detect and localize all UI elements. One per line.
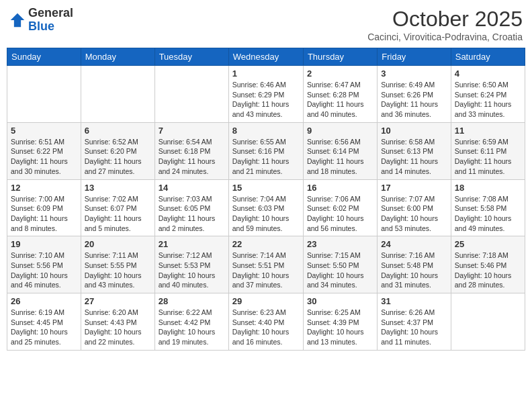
day-number: 20	[85, 239, 151, 249]
day-info: Sunrise: 6:54 AM Sunset: 6:18 PM Dayligh…	[159, 137, 225, 177]
day-info: Sunrise: 7:03 AM Sunset: 6:05 PM Dayligh…	[159, 194, 225, 234]
calendar-cell: 24Sunrise: 7:16 AM Sunset: 5:48 PM Dayli…	[378, 236, 451, 293]
calendar-cell: 30Sunrise: 6:25 AM Sunset: 4:39 PM Dayli…	[303, 293, 377, 351]
day-number: 25	[455, 239, 521, 249]
month-title: October 2025	[367, 7, 523, 32]
calendar-cell: 6Sunrise: 6:52 AM Sunset: 6:20 PM Daylig…	[81, 122, 154, 179]
calendar-week-row: 5Sunrise: 6:51 AM Sunset: 6:22 PM Daylig…	[7, 122, 525, 179]
calendar-week-row: 26Sunrise: 6:19 AM Sunset: 4:45 PM Dayli…	[7, 293, 525, 351]
day-info: Sunrise: 7:10 AM Sunset: 5:56 PM Dayligh…	[11, 250, 77, 290]
day-info: Sunrise: 7:16 AM Sunset: 5:48 PM Dayligh…	[381, 250, 447, 290]
calendar-cell: 9Sunrise: 6:56 AM Sunset: 6:14 PM Daylig…	[303, 122, 377, 179]
calendar-table: SundayMondayTuesdayWednesdayThursdayFrid…	[7, 48, 525, 351]
day-info: Sunrise: 7:00 AM Sunset: 6:09 PM Dayligh…	[11, 194, 77, 234]
weekday-header-saturday: Saturday	[451, 48, 525, 66]
day-number: 28	[159, 296, 225, 306]
day-info: Sunrise: 7:02 AM Sunset: 6:07 PM Dayligh…	[85, 194, 151, 234]
day-number: 26	[11, 296, 77, 306]
day-number: 7	[159, 126, 225, 136]
day-number: 23	[307, 239, 373, 249]
day-info: Sunrise: 6:46 AM Sunset: 6:29 PM Dayligh…	[232, 80, 300, 120]
weekday-header-monday: Monday	[81, 48, 154, 66]
day-number: 2	[307, 68, 373, 79]
day-number: 29	[232, 296, 300, 306]
day-number: 14	[159, 183, 225, 193]
day-number: 16	[307, 183, 373, 193]
day-info: Sunrise: 6:55 AM Sunset: 6:16 PM Dayligh…	[232, 137, 300, 177]
weekday-header-tuesday: Tuesday	[154, 48, 228, 66]
day-info: Sunrise: 7:08 AM Sunset: 5:58 PM Dayligh…	[455, 194, 521, 234]
day-info: Sunrise: 7:12 AM Sunset: 5:53 PM Dayligh…	[159, 250, 225, 290]
day-info: Sunrise: 7:15 AM Sunset: 5:50 PM Dayligh…	[307, 250, 373, 290]
day-info: Sunrise: 6:51 AM Sunset: 6:22 PM Dayligh…	[11, 137, 77, 177]
calendar-cell: 7Sunrise: 6:54 AM Sunset: 6:18 PM Daylig…	[154, 122, 228, 179]
day-info: Sunrise: 6:47 AM Sunset: 6:28 PM Dayligh…	[307, 80, 373, 120]
day-info: Sunrise: 6:52 AM Sunset: 6:20 PM Dayligh…	[85, 137, 151, 177]
day-number: 21	[159, 239, 225, 249]
calendar-cell	[81, 66, 154, 123]
day-number: 19	[11, 239, 77, 249]
day-info: Sunrise: 7:14 AM Sunset: 5:51 PM Dayligh…	[232, 250, 300, 290]
day-number: 13	[85, 183, 151, 193]
calendar-cell: 2Sunrise: 6:47 AM Sunset: 6:28 PM Daylig…	[303, 66, 377, 123]
calendar-cell: 11Sunrise: 6:59 AM Sunset: 6:11 PM Dayli…	[451, 122, 525, 179]
logo-blue: Blue	[28, 20, 73, 34]
calendar-cell: 5Sunrise: 6:51 AM Sunset: 6:22 PM Daylig…	[7, 122, 81, 179]
logo-icon	[9, 12, 26, 28]
day-number: 27	[85, 296, 151, 306]
calendar-cell: 10Sunrise: 6:58 AM Sunset: 6:13 PM Dayli…	[378, 122, 451, 179]
day-info: Sunrise: 7:11 AM Sunset: 5:55 PM Dayligh…	[85, 250, 151, 290]
weekday-header-thursday: Thursday	[303, 48, 377, 66]
day-info: Sunrise: 6:23 AM Sunset: 4:40 PM Dayligh…	[232, 308, 300, 347]
day-info: Sunrise: 6:25 AM Sunset: 4:39 PM Dayligh…	[307, 308, 373, 347]
location: Cacinci, Virovitica-Podravina, Croatia	[367, 32, 523, 42]
calendar-cell: 14Sunrise: 7:03 AM Sunset: 6:05 PM Dayli…	[154, 179, 228, 236]
logo: General Blue	[9, 7, 73, 34]
calendar-cell: 12Sunrise: 7:00 AM Sunset: 6:09 PM Dayli…	[7, 179, 81, 236]
day-number: 12	[11, 183, 77, 193]
day-info: Sunrise: 7:04 AM Sunset: 6:03 PM Dayligh…	[232, 194, 300, 234]
calendar-cell: 18Sunrise: 7:08 AM Sunset: 5:58 PM Dayli…	[451, 179, 525, 236]
logo-general: General	[28, 7, 73, 20]
calendar-cell	[7, 66, 81, 123]
day-number: 11	[455, 126, 521, 136]
day-number: 24	[381, 239, 447, 249]
calendar-cell: 21Sunrise: 7:12 AM Sunset: 5:53 PM Dayli…	[154, 236, 228, 293]
svg-marker-0	[11, 13, 25, 28]
weekday-header-sunday: Sunday	[7, 48, 81, 66]
day-info: Sunrise: 7:06 AM Sunset: 6:02 PM Dayligh…	[307, 194, 373, 234]
day-number: 8	[232, 126, 300, 136]
day-number: 4	[455, 68, 521, 79]
weekday-header-wednesday: Wednesday	[228, 48, 303, 66]
day-number: 5	[11, 126, 77, 136]
day-info: Sunrise: 6:49 AM Sunset: 6:26 PM Dayligh…	[381, 80, 447, 120]
day-number: 22	[232, 239, 300, 249]
day-number: 10	[381, 126, 447, 136]
day-info: Sunrise: 6:22 AM Sunset: 4:42 PM Dayligh…	[159, 308, 225, 347]
calendar-cell: 23Sunrise: 7:15 AM Sunset: 5:50 PM Dayli…	[303, 236, 377, 293]
day-info: Sunrise: 6:59 AM Sunset: 6:11 PM Dayligh…	[455, 137, 521, 177]
calendar-cell: 25Sunrise: 7:18 AM Sunset: 5:46 PM Dayli…	[451, 236, 525, 293]
calendar-cell	[451, 293, 525, 351]
weekday-header-friday: Friday	[378, 48, 451, 66]
title-block: October 2025 Cacinci, Virovitica-Podravi…	[367, 7, 523, 42]
day-number: 6	[85, 126, 151, 136]
day-info: Sunrise: 6:19 AM Sunset: 4:45 PM Dayligh…	[11, 308, 77, 347]
calendar-cell: 1Sunrise: 6:46 AM Sunset: 6:29 PM Daylig…	[228, 66, 303, 123]
day-number: 18	[455, 183, 521, 193]
calendar-cell: 28Sunrise: 6:22 AM Sunset: 4:42 PM Dayli…	[154, 293, 228, 351]
calendar-cell: 19Sunrise: 7:10 AM Sunset: 5:56 PM Dayli…	[7, 236, 81, 293]
calendar-cell: 16Sunrise: 7:06 AM Sunset: 6:02 PM Dayli…	[303, 179, 377, 236]
calendar-cell: 26Sunrise: 6:19 AM Sunset: 4:45 PM Dayli…	[7, 293, 81, 351]
weekday-header-row: SundayMondayTuesdayWednesdayThursdayFrid…	[7, 48, 525, 66]
logo-text: General Blue	[28, 7, 73, 34]
page-header: General Blue October 2025 Cacinci, Virov…	[7, 7, 525, 42]
calendar-week-row: 12Sunrise: 7:00 AM Sunset: 6:09 PM Dayli…	[7, 179, 525, 236]
day-number: 30	[307, 296, 373, 306]
day-info: Sunrise: 7:18 AM Sunset: 5:46 PM Dayligh…	[455, 250, 521, 290]
day-info: Sunrise: 6:26 AM Sunset: 4:37 PM Dayligh…	[381, 308, 447, 347]
day-number: 3	[381, 68, 447, 79]
calendar-cell: 29Sunrise: 6:23 AM Sunset: 4:40 PM Dayli…	[228, 293, 303, 351]
day-number: 9	[307, 126, 373, 136]
calendar-cell: 15Sunrise: 7:04 AM Sunset: 6:03 PM Dayli…	[228, 179, 303, 236]
